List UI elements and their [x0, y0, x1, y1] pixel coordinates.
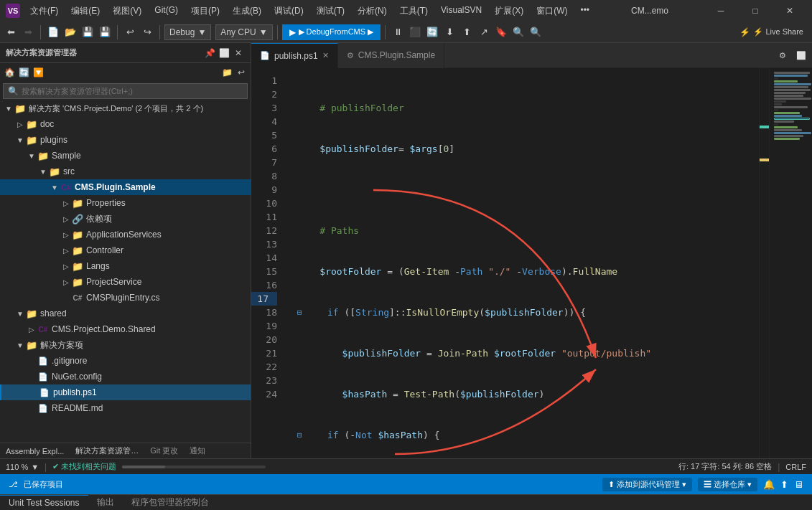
new-file-btn[interactable]: 📄: [45, 24, 61, 40]
toolbar-extra7[interactable]: 🔖: [493, 24, 509, 40]
tree-item-src[interactable]: ▼ 📁 src: [0, 164, 251, 179]
minimize-button[interactable]: ─: [704, 0, 737, 22]
toolbar-extra9[interactable]: 🔍: [528, 24, 543, 40]
expand-icon: ▼: [14, 134, 26, 146]
show-all-files-btn[interactable]: 📁: [220, 66, 233, 79]
expand-icon: ▼: [14, 308, 26, 319]
tree-item-plugins[interactable]: ▼ 📁 plugins: [0, 132, 251, 148]
forward-btn[interactable]: ➡: [20, 24, 36, 40]
back-btn[interactable]: ⬅: [3, 24, 19, 40]
tree-item-controller[interactable]: ▷ 📁 Controller: [0, 242, 251, 258]
notification-bell[interactable]: 🔔: [763, 479, 775, 490]
tab-publish-ps1[interactable]: 📄 publish.ps1 ✕: [251, 43, 338, 68]
expand-icon: ▷: [60, 276, 72, 288]
tree-item-publish[interactable]: 📄 publish.ps1: [0, 384, 251, 400]
code-line-8: $hasPath = Test-Path($publishFolder): [297, 387, 759, 401]
toolbar-extra3[interactable]: 🔄: [424, 24, 440, 40]
menu-project[interactable]: 项目(P): [185, 4, 225, 19]
menu-analyze[interactable]: 分析(N): [352, 4, 393, 19]
menu-git[interactable]: Git(G): [149, 4, 184, 19]
tab-cms-plugin-sample[interactable]: ⚙ CMS.Plugin.Sample: [338, 43, 444, 68]
solution-search-box[interactable]: 🔍: [3, 83, 248, 99]
tree-item-solution-items[interactable]: ▼ 📁 解决方案项: [0, 337, 251, 353]
filter-btn[interactable]: 🔽: [32, 66, 45, 79]
add-to-source-control-btn[interactable]: ⬆ 添加到源代码管理 ▾: [602, 478, 692, 491]
git-changes-tab[interactable]: Git 更改: [144, 443, 184, 458]
toolbar-extra6[interactable]: ↗: [476, 24, 492, 40]
maximize-button[interactable]: □: [739, 0, 772, 22]
expand-spacer: [27, 387, 39, 398]
unit-test-sessions-tab[interactable]: Unit Test Sessions: [0, 495, 88, 511]
tree-item-properties[interactable]: ▷ 📁 Properties: [0, 195, 251, 211]
menu-visualsvn[interactable]: VisualSVN: [435, 4, 487, 19]
tree-item-dependencies[interactable]: ▷ 🔗 依赖项: [0, 211, 251, 227]
expand-icon: ▷: [14, 118, 26, 130]
editor-split-btn[interactable]: ⬜: [793, 47, 809, 63]
tree-item-sample[interactable]: ▼ 📁 Sample: [0, 148, 251, 164]
toolbar-extra4[interactable]: ⬇: [442, 24, 457, 40]
project-icon: ⚙: [347, 51, 354, 60]
tree-item-doc[interactable]: ▷ 📁 doc: [0, 116, 251, 132]
redo-btn[interactable]: ↪: [139, 24, 155, 40]
collapse-button[interactable]: ⬜: [218, 47, 230, 60]
expand-spacer: [26, 402, 37, 414]
menu-extensions[interactable]: 扩展(X): [489, 4, 529, 19]
debug-start-btn[interactable]: ▶ ▶ DebugFromCMS ▶: [282, 24, 381, 40]
toolbar-extra1[interactable]: ⏸: [390, 24, 406, 40]
menu-tools[interactable]: 工具(T): [394, 4, 434, 19]
tree-item-shared[interactable]: ▼ 📁 shared: [0, 306, 251, 321]
readme-label: README.md: [52, 403, 103, 413]
home-btn[interactable]: 🏠: [3, 66, 16, 79]
assembly-explorer-tab[interactable]: Assembly Expl...: [0, 443, 70, 458]
refresh-btn[interactable]: ↩: [235, 66, 248, 79]
output-tab[interactable]: 输出: [88, 495, 123, 511]
undo-btn[interactable]: ↩: [122, 24, 138, 40]
menu-test[interactable]: 测试(T): [311, 4, 350, 19]
status-bar: ⎇ 已保存项目 ⬆ 添加到源代码管理 ▾ ☰ 选择仓库 ▾ 🔔 ⬆ 🖥: [0, 474, 812, 494]
menu-edit[interactable]: 编辑(E): [65, 4, 106, 19]
tree-item-langs[interactable]: ▷ 📁 Langs: [0, 258, 251, 274]
tab-close-btn[interactable]: ✕: [322, 51, 329, 60]
menu-window[interactable]: 窗口(W): [531, 4, 573, 19]
open-file-btn[interactable]: 📂: [62, 24, 78, 40]
tree-item-readme[interactable]: 📄 README.md: [0, 400, 251, 416]
notifications-tab[interactable]: 通知: [184, 443, 211, 458]
sync-btn[interactable]: 🔄: [17, 66, 30, 79]
shared-label: shared: [40, 308, 67, 318]
platform-dropdown[interactable]: Any CPU ▼: [215, 24, 272, 40]
toolbar-extra5[interactable]: ⬆: [459, 24, 475, 40]
tree-item-appservices[interactable]: ▷ 📁 ApplicationServices: [0, 227, 251, 242]
tree-item-cmspluginentry[interactable]: C# CMSPluginEntry.cs: [0, 290, 251, 306]
code-content[interactable]: # publishFolder $publishFolder= $args[0]…: [286, 68, 759, 458]
close-panel-button[interactable]: ✕: [232, 47, 245, 60]
editor-settings-btn[interactable]: ⚙: [775, 47, 790, 63]
package-manager-console-tab[interactable]: 程序包管理器控制台: [123, 495, 218, 511]
debug-config-dropdown[interactable]: Debug ▼: [164, 24, 211, 40]
menu-build[interactable]: 生成(B): [227, 4, 267, 19]
toolbar-extra8[interactable]: 🔍: [510, 24, 526, 40]
select-repo-btn[interactable]: ☰ 选择仓库 ▾: [698, 478, 757, 491]
menu-view[interactable]: 视图(V): [107, 4, 147, 19]
save-all-btn[interactable]: 💾: [97, 24, 113, 40]
search-input[interactable]: [22, 87, 243, 95]
toolbar-extra2[interactable]: ⬛: [407, 24, 423, 40]
close-button[interactable]: ✕: [773, 0, 806, 22]
git-branch[interactable]: ⎇: [9, 480, 18, 489]
solution-explorer-tab[interactable]: 解决方案资源管…: [70, 443, 144, 458]
pin-button[interactable]: 📌: [203, 47, 216, 60]
menu-debug[interactable]: 调试(D): [269, 4, 309, 19]
tree-item-solution[interactable]: ▼ 📁 解决方案 'CMS.Project.Demo' (2 个项目，共 2 个…: [0, 100, 251, 116]
tree-item-projectservice[interactable]: ▷ 📁 ProjectService: [0, 274, 251, 290]
menu-more[interactable]: •••: [574, 4, 595, 19]
tree-item-shared-project[interactable]: ▷ C# CMS.Project.Demo.Shared: [0, 321, 251, 337]
tree-item-nuget[interactable]: 📄 NuGet.config: [0, 369, 251, 384]
menu-file[interactable]: 文件(F): [24, 4, 64, 19]
status-extra2[interactable]: 🖥: [794, 479, 803, 490]
ps-file-icon: 📄: [39, 387, 50, 398]
tree-item-cms-plugin-sample[interactable]: ▼ C# CMS.Plugin.Sample: [0, 179, 251, 195]
tree-item-gitignore[interactable]: 📄 .gitignore: [0, 353, 251, 369]
live-share-button[interactable]: ⚡ ⚡ Live Share: [734, 26, 809, 39]
save-btn[interactable]: 💾: [80, 24, 95, 40]
code-editor[interactable]: 1 2 3 4 5 6 7 8 9 10 11 12 13 14 15 16 1: [251, 68, 769, 458]
status-extra1[interactable]: ⬆: [780, 479, 788, 490]
